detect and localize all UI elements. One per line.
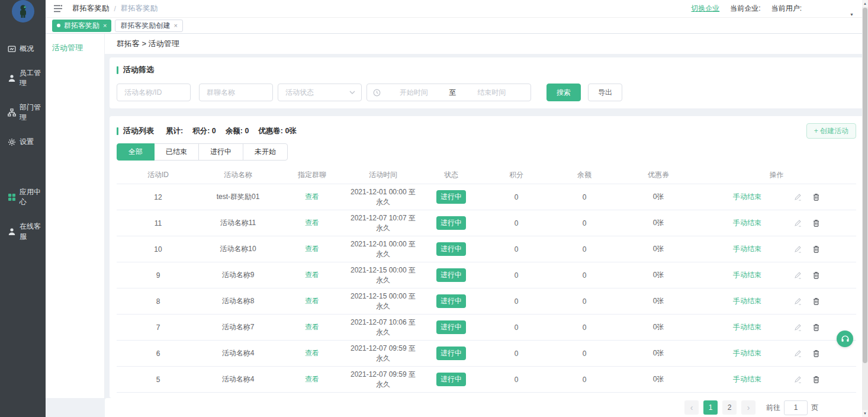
switch-company-link[interactable]: 切换企业 <box>691 4 719 14</box>
page-button-2[interactable]: 2 <box>722 400 737 415</box>
edit-icon[interactable] <box>794 219 802 227</box>
sidebar-item-label: 设置 <box>20 137 34 147</box>
activity-time-line1: 2021-12-15 00:00 至 <box>348 291 419 301</box>
status-tab-not-started[interactable]: 未开始 <box>243 143 288 161</box>
sub-sidebar-item-activity[interactable]: 活动管理 <box>46 34 104 53</box>
cell-activity-name: 活动名称4 <box>200 374 277 384</box>
current-user-label: 当前用户: <box>771 4 802 14</box>
sidebar-nav: 概况 员工管理 部门管理 设置 <box>0 37 46 249</box>
next-page-button[interactable]: › <box>741 400 756 415</box>
view-group-link[interactable]: 查看 <box>305 349 319 357</box>
tab-group-reward[interactable]: 群拓客奖励 × <box>52 20 111 32</box>
prev-page-button[interactable]: ‹ <box>684 400 699 415</box>
view-group-link[interactable]: 查看 <box>305 271 319 279</box>
date-range-picker[interactable]: 开始时间 至 结束时间 <box>367 84 531 101</box>
delete-icon[interactable] <box>812 349 820 357</box>
edit-icon[interactable] <box>794 245 802 253</box>
manual-end-link[interactable]: 手动结束 <box>733 296 761 306</box>
sidebar-item-settings[interactable]: 设置 <box>0 130 46 154</box>
edit-icon[interactable] <box>794 193 802 201</box>
customer-service-button[interactable] <box>837 331 853 347</box>
list-title-row: 活动列表 <box>117 126 154 136</box>
edit-icon[interactable] <box>794 271 802 279</box>
activity-time-line1: 2021-12-07 10:06 至 <box>348 317 419 328</box>
view-group-link[interactable]: 查看 <box>305 219 319 227</box>
tab-label: 群拓客奖励 <box>64 21 99 31</box>
user-dropdown-caret[interactable]: ▼ <box>850 12 854 17</box>
cell-coupons: 0张 <box>620 192 697 202</box>
col-coupons: 优惠券 <box>620 170 697 180</box>
edit-icon[interactable] <box>794 376 802 383</box>
row-icon-group <box>794 297 820 305</box>
dashboard-icon <box>8 45 16 53</box>
delete-icon[interactable] <box>812 323 820 331</box>
delete-icon[interactable] <box>812 219 820 227</box>
cell-points: 0 <box>484 349 549 358</box>
table-row: 5 活动名称4 查看 2021-12-07 09:59 至 永久 进行中 0 0… <box>117 367 856 393</box>
activity-time-line1: 2021-12-01 00:00 至 <box>348 239 419 249</box>
sidebar-item-label: 概况 <box>20 44 34 54</box>
edit-icon[interactable] <box>794 323 802 331</box>
view-group-link[interactable]: 查看 <box>305 323 319 331</box>
activity-time-line2: 永久 <box>348 354 419 364</box>
activity-status-select[interactable]: 活动状态 <box>278 84 362 101</box>
delete-icon[interactable] <box>812 271 820 279</box>
sidebar-item-online-service[interactable]: 在线客服 <box>0 214 46 249</box>
manual-end-link[interactable]: 手动结束 <box>733 270 761 280</box>
goto-page-input[interactable] <box>784 400 808 415</box>
summary-coupons: 优惠卷: 0张 <box>258 126 297 136</box>
sidebar-item-staff[interactable]: 员工管理 <box>0 61 46 95</box>
delete-icon[interactable] <box>812 297 820 305</box>
activity-time-line2: 永久 <box>348 275 419 286</box>
cell-activity-id: 6 <box>117 349 200 358</box>
scrollbar-thumb[interactable] <box>863 8 867 363</box>
view-group-link[interactable]: 查看 <box>305 375 319 383</box>
sidebar-item-overview[interactable]: 概况 <box>0 37 46 61</box>
scroll-down-arrow[interactable]: ▼ <box>862 410 868 417</box>
edit-icon[interactable] <box>794 349 802 357</box>
sidebar-item-app-center[interactable]: 应用中心 <box>0 180 46 214</box>
vertical-scrollbar[interactable]: ▲ ▼ <box>862 0 868 417</box>
cell-activity-time: 2021-12-07 09:59 至 永久 <box>348 344 419 364</box>
group-name-input[interactable] <box>199 84 273 101</box>
manual-end-link[interactable]: 手动结束 <box>733 218 761 228</box>
cell-activity-id: 8 <box>117 297 200 306</box>
manual-end-link[interactable]: 手动结束 <box>733 192 761 202</box>
view-group-link[interactable]: 查看 <box>305 245 319 253</box>
activity-time-line2: 永久 <box>348 197 419 207</box>
manual-end-link[interactable]: 手动结束 <box>733 244 761 254</box>
create-activity-button[interactable]: + 创建活动 <box>806 123 856 139</box>
main-column: 群拓客奖励 / 群拓客奖励 切换企业 当前企业: 当前用户: ▼ 群拓客奖励 ×… <box>46 0 868 417</box>
export-button[interactable]: 导出 <box>588 84 622 101</box>
manual-end-link[interactable]: 手动结束 <box>733 322 761 332</box>
status-tab-ongoing[interactable]: 进行中 <box>198 143 243 161</box>
cell-activity-name: 活动名称10 <box>200 244 277 254</box>
tab-group-reward-create[interactable]: 群拓客奖励创建 × <box>115 20 182 32</box>
range-separator: 至 <box>447 88 459 98</box>
cell-activity-time: 2021-12-01 00:00 至 永久 <box>348 187 419 207</box>
view-group-link[interactable]: 查看 <box>305 297 319 305</box>
sidebar-item-department[interactable]: 部门管理 <box>0 95 46 130</box>
search-button[interactable]: 搜索 <box>546 84 581 101</box>
breadcrumb-separator: / <box>114 5 116 13</box>
tab-close-icon[interactable]: × <box>173 22 177 29</box>
tab-close-icon[interactable]: × <box>103 22 107 29</box>
manual-end-link[interactable]: 手动结束 <box>733 374 761 384</box>
status-tab-all[interactable]: 全部 <box>117 143 155 161</box>
scroll-up-arrow[interactable]: ▲ <box>862 0 868 7</box>
activity-name-input[interactable] <box>117 84 191 101</box>
cell-coupons: 0张 <box>620 270 697 280</box>
delete-icon[interactable] <box>812 245 820 253</box>
cell-activity-time: 2021-12-07 10:06 至 永久 <box>348 317 419 338</box>
delete-icon[interactable] <box>812 193 820 201</box>
delete-icon[interactable] <box>812 376 820 383</box>
mascot-icon <box>17 4 29 18</box>
summary-total-label: 累计: <box>166 126 183 136</box>
manual-end-link[interactable]: 手动结束 <box>733 348 761 358</box>
collapse-menu-button[interactable] <box>53 5 63 12</box>
app-logo <box>12 0 34 23</box>
view-group-link[interactable]: 查看 <box>305 193 319 201</box>
status-tab-ended[interactable]: 已结束 <box>154 143 199 161</box>
page-button-1[interactable]: 1 <box>703 400 718 415</box>
edit-icon[interactable] <box>794 297 802 305</box>
